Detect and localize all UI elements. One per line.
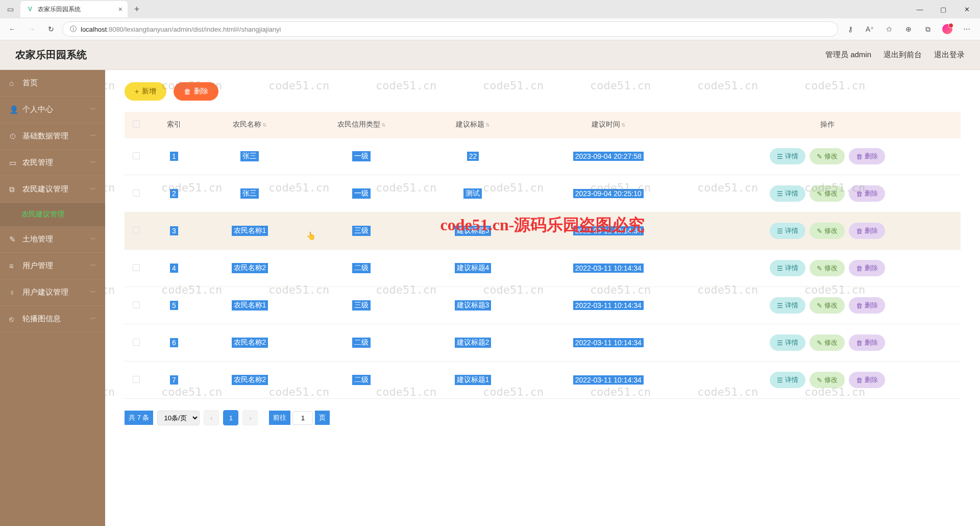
minimize-icon[interactable]: — — [909, 1, 931, 17]
add-button[interactable]: + 新增 — [125, 82, 166, 101]
sidebar-item-land[interactable]: ✎ 土地管理 ﹀ — [0, 226, 105, 253]
pagination: 共 7 条 10条/页 ‹ 1 › 前往 页 — [125, 410, 961, 425]
close-tab-icon[interactable]: × — [118, 5, 122, 13]
app-header: 农家乐田园系统 管理员 admin 退出到前台 退出登录 — [0, 40, 980, 70]
page-1-button[interactable]: 1 — [223, 410, 238, 425]
row-checkbox[interactable] — [133, 339, 140, 346]
sort-icon[interactable]: ⇅ — [485, 122, 489, 128]
trash-icon: 🗑 — [856, 339, 863, 347]
browser-tab[interactable]: V 农家乐田园系统 × — [20, 1, 128, 17]
app-title: 农家乐田园系统 — [15, 48, 87, 62]
sidebar-item-home[interactable]: ⌂ 首页 — [0, 70, 105, 97]
tab-actions-icon[interactable]: ▭ — [2, 2, 18, 16]
row-delete-button[interactable]: 🗑 删除 — [849, 185, 885, 202]
row-checkbox[interactable] — [133, 227, 140, 234]
chevron-down-icon: ﹀ — [90, 289, 96, 296]
table-row: 2张三一级测试2023-09-04 20:25:10☰ 详情✎ 修改🗑 删除 — [125, 175, 961, 212]
refresh-button[interactable]: ↻ — [43, 21, 59, 37]
row-checkbox[interactable] — [133, 264, 140, 271]
edit-button[interactable]: ✎ 修改 — [810, 297, 845, 314]
cell-sugg-time: 2023-09-04 20:25:10 — [573, 189, 644, 198]
logout-link[interactable]: 退出登录 — [934, 50, 965, 60]
table-row: 1张三一级222023-09-04 20:27:58☰ 详情✎ 修改🗑 删除 — [125, 138, 961, 175]
sidebar-item-suggestion[interactable]: ⧉ 农民建议管理 ﹀ — [0, 176, 105, 203]
sort-icon[interactable]: ⇅ — [381, 122, 385, 128]
sidebar-item-carousel[interactable]: ⎋ 轮播图信息 ﹀ — [0, 306, 105, 332]
trash-icon: 🗑 — [856, 190, 863, 198]
detail-button[interactable]: ☰ 详情 — [770, 372, 805, 388]
favorites-icon[interactable]: ✩ — [880, 21, 898, 37]
image-icon: ⎋ — [9, 315, 17, 323]
detail-icon: ☰ — [777, 265, 783, 272]
detail-button[interactable]: ☰ 详情 — [770, 334, 805, 351]
jump-page-input[interactable] — [292, 411, 313, 425]
nav-bar: ← → ↻ ⓘ localhost:8080/lexiangtianyuan/a… — [0, 18, 980, 40]
delete-button[interactable]: 🗑 删除 — [174, 82, 218, 101]
detail-button[interactable]: ☰ 详情 — [770, 148, 805, 164]
sidebar-item-label: 首页 — [22, 78, 38, 88]
row-checkbox[interactable] — [133, 152, 140, 159]
row-delete-button[interactable]: 🗑 删除 — [849, 372, 885, 388]
new-tab-button[interactable]: + — [130, 2, 144, 16]
cell-sugg-title: 建议标题4 — [455, 263, 492, 273]
forward-button: → — [23, 21, 40, 37]
cell-index: 2 — [170, 189, 178, 198]
user-label[interactable]: 管理员 admin — [825, 50, 871, 60]
row-checkbox[interactable] — [133, 376, 140, 383]
back-button[interactable]: ← — [4, 21, 20, 37]
trash-icon: 🗑 — [856, 302, 863, 309]
logout-front-link[interactable]: 退出到前台 — [884, 50, 922, 60]
profile-icon[interactable] — [938, 21, 957, 37]
edit-button[interactable]: ✎ 修改 — [810, 148, 845, 164]
next-page-button[interactable]: › — [242, 410, 258, 425]
detail-button[interactable]: ☰ 详情 — [770, 297, 805, 314]
url-bar[interactable]: ⓘ localhost:8080/lexiangtianyuan/admin/d… — [62, 21, 838, 37]
delete-label: 删除 — [194, 87, 208, 96]
detail-button[interactable]: ☰ 详情 — [770, 260, 805, 276]
edit-button[interactable]: ✎ 修改 — [810, 372, 845, 388]
page-size-select[interactable]: 10条/页 — [157, 411, 200, 425]
row-delete-button[interactable]: 🗑 删除 — [849, 260, 885, 276]
browser-chrome: ▭ V 农家乐田园系统 × + — ▢ ✕ ← → ↻ ⓘ localhost:… — [0, 0, 980, 40]
sidebar-item-profile[interactable]: 👤 个人中心 ﹀ — [0, 97, 105, 123]
detail-icon: ☰ — [777, 339, 783, 347]
sidebar: ⌂ 首页 👤 个人中心 ﹀ ⏲ 基础数据管理 ﹀ ▭ 农民管理 ﹀ ⧉ 农民建议… — [0, 70, 105, 526]
extensions-icon[interactable]: ⧉ — [919, 21, 937, 37]
detail-button[interactable]: ☰ 详情 — [770, 223, 805, 239]
edit-button[interactable]: ✎ 修改 — [810, 334, 845, 351]
auth-icon[interactable]: ⚷ — [841, 21, 860, 37]
prev-page-button[interactable]: ‹ — [204, 410, 219, 425]
tab-title: 农家乐田园系统 — [38, 5, 114, 14]
total-count: 共 7 条 — [125, 411, 153, 425]
detail-button[interactable]: ☰ 详情 — [770, 185, 805, 202]
sidebar-item-basedata[interactable]: ⏲ 基础数据管理 ﹀ — [0, 123, 105, 150]
row-delete-button[interactable]: 🗑 删除 — [849, 148, 885, 164]
row-delete-button[interactable]: 🗑 删除 — [849, 297, 885, 314]
sidebar-subitem-suggestion[interactable]: 农民建议管理 — [0, 203, 105, 226]
sort-icon[interactable]: ⇅ — [621, 122, 625, 128]
row-checkbox[interactable] — [133, 301, 140, 308]
table-row: 5农民名称1三级建议标题32022-03-11 10:14:34☰ 详情✎ 修改… — [125, 287, 961, 324]
sidebar-item-users[interactable]: ≡ 用户管理 ﹀ — [0, 253, 105, 279]
rect-icon: ▭ — [9, 158, 17, 168]
row-delete-button[interactable]: 🗑 删除 — [849, 334, 885, 351]
sidebar-item-farmer[interactable]: ▭ 农民管理 ﹀ — [0, 150, 105, 176]
select-all-checkbox[interactable] — [133, 121, 140, 128]
col-sugg-title: 建议标题⇅ — [423, 112, 523, 138]
sidebar-item-user-suggestion[interactable]: ♀ 用户建议管理 ﹀ — [0, 279, 105, 306]
edit-button[interactable]: ✎ 修改 — [810, 185, 845, 202]
list-icon: ≡ — [9, 261, 17, 270]
maximize-icon[interactable]: ▢ — [932, 1, 954, 17]
chevron-down-icon: ﹀ — [90, 185, 96, 193]
edit-button[interactable]: ✎ 修改 — [810, 260, 845, 276]
cell-sugg-time: 2022-03-11 10:14:34 — [573, 375, 644, 385]
sort-icon[interactable]: ⇅ — [262, 122, 266, 128]
menu-icon[interactable]: ⋯ — [958, 21, 976, 37]
edit-button[interactable]: ✎ 修改 — [810, 223, 845, 239]
row-checkbox[interactable] — [133, 189, 140, 197]
close-window-icon[interactable]: ✕ — [955, 1, 978, 17]
row-delete-button[interactable]: 🗑 删除 — [849, 223, 885, 239]
collections-icon[interactable]: ⊕ — [899, 21, 918, 37]
site-info-icon[interactable]: ⓘ — [70, 25, 77, 34]
read-aloud-icon[interactable]: A⁺ — [861, 21, 879, 37]
